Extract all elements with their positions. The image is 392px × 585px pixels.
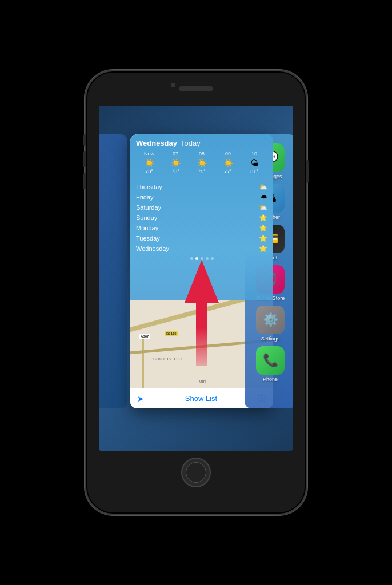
forecast-icon-wednesday2: ⭐	[259, 245, 267, 253]
phone-screen: Wednesday Today Now ☀️ 73° 07 ☀️ 73°	[99, 106, 293, 451]
settings-app-label: Settings	[261, 336, 280, 342]
forecast-day-tuesday: Tuesday	[136, 235, 259, 242]
weather-hour-now: Now ☀️ 73°	[136, 151, 162, 174]
hour-label-10: 10	[251, 151, 257, 157]
hour-icon-now: ☀️	[145, 158, 154, 167]
weather-hour-08: 08 ☀️ 75°	[189, 151, 215, 174]
hour-temp-08: 75°	[198, 169, 206, 174]
phone-app-icon[interactable]: 📞	[256, 346, 285, 375]
hour-temp-10: 81°	[250, 169, 258, 174]
weather-header: Wednesday Today	[136, 139, 267, 147]
hour-icon-10: 🌤	[250, 158, 258, 167]
forecast-sunday: Sunday ⭐	[136, 214, 267, 222]
weather-hour-10: 10 🌤 81°	[241, 151, 267, 174]
hour-icon-08: ☀️	[197, 158, 207, 167]
volume-down-button[interactable]	[83, 173, 86, 189]
forecast-icon-friday: 🌧	[261, 193, 267, 201]
home-button[interactable]	[181, 458, 211, 487]
hour-temp-09: 77°	[224, 169, 232, 174]
forecast-day-friday: Friday	[136, 194, 261, 201]
forecast-thursday: Thursday ⛅	[136, 183, 267, 191]
left-card-content	[99, 134, 127, 143]
weather-day: Wednesday	[136, 139, 177, 147]
hour-label-07: 07	[173, 151, 178, 157]
weather-divider	[136, 179, 267, 179]
hour-icon-07: ☀️	[171, 158, 181, 167]
forecast-icon-thursday: ⛅	[259, 183, 267, 191]
weather-hour-09: 09 ☀️ 77°	[215, 151, 241, 174]
map-label-b3110: B3110	[165, 331, 178, 336]
forecast-day-thursday: Thursday	[136, 183, 259, 190]
settings-app-icon[interactable]: ⚙️	[256, 306, 285, 334]
home-button-inner	[186, 462, 206, 483]
weather-forecast: Thursday ⛅ Friday 🌧 Saturday ⛅ Sunday ⭐	[136, 183, 267, 253]
volume-up-button[interactable]	[83, 151, 86, 167]
hour-temp-now: 73°	[145, 169, 153, 174]
earpiece-speaker	[179, 86, 213, 91]
forecast-icon-monday: ⭐	[259, 224, 267, 232]
app-card-left[interactable]	[99, 134, 127, 408]
phone-top-bar	[86, 71, 306, 106]
forecast-day-wednesday2: Wednesday	[136, 245, 259, 252]
forecast-icon-saturday: ⛅	[259, 203, 267, 211]
forecast-day-monday: Monday	[136, 225, 259, 231]
forecast-icon-sunday: ⭐	[259, 214, 267, 222]
forecast-monday: Monday ⭐	[136, 224, 267, 232]
phone-device: Wednesday Today Now ☀️ 73° 07 ☀️ 73°	[85, 70, 307, 515]
forecast-saturday: Saturday ⛅	[136, 203, 267, 211]
forecast-wednesday: Wednesday ⭐	[136, 245, 267, 253]
forecast-tuesday: Tuesday ⭐	[136, 234, 267, 242]
hour-icon-09: ☀️	[223, 158, 233, 167]
weather-today: Today	[181, 139, 201, 147]
app-item-settings[interactable]: ⚙️ Settings	[250, 306, 290, 342]
svg-rect-0	[196, 303, 207, 366]
hour-label-08: 08	[199, 151, 205, 157]
show-list-button[interactable]: Show List	[185, 394, 217, 403]
hour-label-now: Now	[144, 151, 154, 157]
map-label-a367: A367	[139, 334, 150, 339]
hour-label-09: 09	[225, 151, 231, 157]
svg-marker-1	[185, 260, 219, 303]
forecast-friday: Friday 🌧	[136, 193, 267, 201]
silent-switch[interactable]	[83, 134, 86, 146]
red-arrow-annotation	[185, 257, 219, 371]
map-label-mid: MID	[199, 380, 206, 384]
app-item-phone[interactable]: 📞 Phone	[250, 346, 290, 382]
power-button[interactable]	[306, 160, 309, 183]
map-label-southstoke: SOUTHSTOKE	[153, 357, 183, 361]
map-location-icon[interactable]: ➤	[137, 394, 144, 403]
forecast-day-sunday: Sunday	[136, 214, 259, 221]
forecast-icon-tuesday: ⭐	[259, 234, 267, 242]
front-camera	[171, 83, 175, 87]
map-road-2	[142, 334, 144, 391]
weather-hourly-row: Now ☀️ 73° 07 ☀️ 73° 08 ☀️ 75°	[136, 151, 267, 174]
weather-hour-07: 07 ☀️ 73°	[162, 151, 189, 174]
hour-temp-07: 73°	[171, 169, 179, 174]
forecast-day-saturday: Saturday	[136, 204, 259, 211]
phone-bottom-bar	[86, 451, 306, 496]
phone-app-label: Phone	[263, 376, 278, 382]
